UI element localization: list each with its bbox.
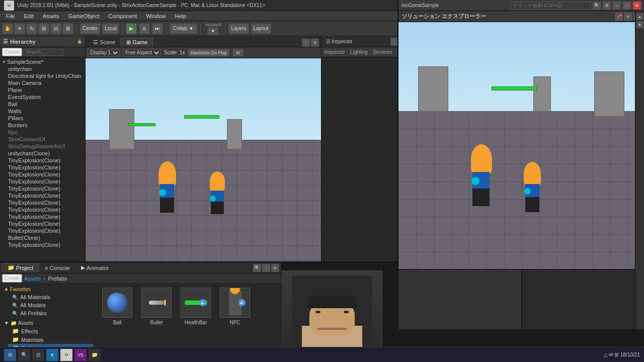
project-close-btn[interactable]: ✕	[271, 264, 279, 272]
right-maximize-btn[interactable]: □	[623, 2, 631, 10]
account-button[interactable]: ▼	[207, 27, 218, 35]
taskbar-explorer[interactable]: 📁	[89, 349, 101, 361]
display-select[interactable]: Display 1	[88, 49, 120, 57]
right-close-btn[interactable]: ✕	[633, 2, 641, 10]
tab-inspector[interactable]: ☰ Inspector	[323, 37, 356, 46]
menu-assets[interactable]: Assets	[39, 12, 63, 20]
center-button[interactable]: Center	[80, 23, 100, 34]
inspector-tab[interactable]: Inspector	[323, 48, 347, 56]
tab-animator[interactable]: ▶ Animator	[76, 263, 114, 273]
collab-button[interactable]: Collab ▼	[170, 23, 197, 34]
rect-tool-btn[interactable]: ⊟	[50, 23, 61, 34]
hierarchy-item-borders[interactable]: Borders	[0, 122, 85, 129]
hierarchy-item-strixconnect[interactable]: StrixConnectUI	[0, 136, 85, 143]
menu-window[interactable]: Window	[142, 12, 170, 20]
all-prefabs-item[interactable]: 🔍All Prefabs	[8, 309, 93, 317]
hierarchy-item-npc[interactable]: Npc	[0, 129, 85, 136]
hierarchy-item-unitychan-clone[interactable]: unitychan(Clone)	[0, 150, 85, 157]
effects-folder[interactable]: 📁Effects	[8, 327, 93, 335]
move-tool-btn[interactable]: ✛	[14, 23, 25, 34]
local-button[interactable]: Local	[102, 23, 119, 34]
asset-healthbar[interactable]: ▶ HealthBar	[178, 288, 213, 325]
hierarchy-item-eventsystem[interactable]: EventSystem	[0, 94, 85, 101]
tab-console[interactable]: ≡ Console	[40, 263, 75, 273]
all-materials-item[interactable]: 🔍All Materials	[8, 293, 93, 301]
maximize-play-btn[interactable]: Maximize On Play	[188, 49, 230, 57]
assets-root-folder[interactable]: ▼📁Assets	[2, 319, 93, 327]
project-search-btn[interactable]: 🔍	[253, 264, 261, 272]
materials-folder[interactable]: 📁Materials	[8, 335, 93, 344]
hierarchy-item-strixdebug[interactable]: StrixDebugRoomInfoUI	[0, 143, 85, 150]
taskbar-unity[interactable]: U	[60, 349, 72, 361]
hierarchy-item-bullet[interactable]: Bullet(Clone)	[0, 234, 85, 241]
hierarchy-item-tiny3[interactable]: TinyExplosion(Clone)	[0, 171, 85, 178]
breadcrumb-assets[interactable]: Assets	[24, 276, 41, 282]
hand-tool-btn[interactable]: ✋	[2, 23, 13, 34]
hierarchy-item-ball[interactable]: Ball	[0, 101, 85, 108]
taskbar-search[interactable]: 🔍	[18, 349, 30, 361]
project-options-btn[interactable]: ⋮	[262, 264, 270, 272]
hierarchy-item-plane[interactable]: Plane	[0, 86, 85, 94]
services-tab[interactable]: Services	[371, 48, 394, 56]
asset-npc[interactable]: ▶ NPC	[217, 288, 253, 325]
rotate-tool-btn[interactable]: ↻	[26, 23, 37, 34]
hierarchy-item-tiny11[interactable]: TinyExplosion(Clone)	[0, 227, 85, 234]
right-side-btn2[interactable]: ▼	[636, 21, 643, 28]
hierarchy-item-tiny10[interactable]: TinyExplosion(Clone)	[0, 220, 85, 227]
play-button[interactable]: ▶	[126, 23, 137, 34]
all-models-item[interactable]: 🔍All Models	[8, 301, 93, 309]
taskbar-edge[interactable]: e	[46, 349, 58, 361]
sol-options-btn[interactable]: ≡	[624, 13, 632, 21]
view-close-btn[interactable]: ✕	[311, 39, 319, 47]
right-search-btn[interactable]: 🔍	[593, 2, 601, 10]
quick-launch-input[interactable]	[510, 2, 591, 10]
hierarchy-item-dirlight[interactable]: Directional light for UnityChan	[0, 72, 85, 79]
breadcrumb-prefabs[interactable]: Prefabs	[48, 276, 67, 282]
lighting-tab[interactable]: Lighting	[348, 48, 370, 56]
tab-scene[interactable]: ☰ Scene	[88, 38, 121, 47]
menu-file[interactable]: File	[2, 12, 19, 20]
hierarchy-item-pillars[interactable]: Pillars	[0, 115, 85, 122]
right-side-btn1[interactable]: ▲	[636, 13, 643, 20]
hierarchy-item-maincamera[interactable]: Main Camera	[0, 79, 85, 86]
menu-help[interactable]: Help	[171, 12, 190, 20]
hierarchy-item-unitychan[interactable]: unitychan	[0, 65, 85, 72]
menu-gameobject[interactable]: GameObject	[64, 12, 104, 20]
hierarchy-item-tiny4[interactable]: TinyExplosion(Clone)	[0, 178, 85, 185]
transform-tool-btn[interactable]: ⊠	[62, 23, 73, 34]
tab-project[interactable]: 📁 Project	[2, 263, 39, 273]
layers-button[interactable]: Layers	[228, 23, 249, 34]
layout-button[interactable]: Layout	[251, 23, 271, 34]
hierarchy-collapse[interactable]: 🔒	[77, 39, 82, 44]
mute-btn[interactable]: M	[232, 49, 244, 57]
tab-game[interactable]: ⊞ Game	[121, 38, 153, 47]
right-minimize-btn[interactable]: ─	[613, 2, 621, 10]
view-options-btn[interactable]: ⋮	[302, 39, 310, 47]
hierarchy-item-tiny2[interactable]: TinyExplosion(Clone)	[0, 164, 85, 171]
step-button[interactable]: ⏭	[152, 23, 163, 34]
project-create-btn[interactable]: Create	[2, 274, 22, 283]
asset-bullet[interactable]: Bullet	[139, 288, 174, 325]
menu-component[interactable]: Component	[104, 12, 141, 20]
asset-ball[interactable]: Ball	[100, 288, 135, 325]
taskbar-vs[interactable]: VS	[74, 349, 87, 361]
taskbar-task[interactable]: ⊟	[32, 349, 44, 361]
right-settings-btn[interactable]: ⚙	[603, 2, 611, 10]
hierarchy-item-tiny9[interactable]: TinyExplosion(Clone)	[0, 213, 85, 220]
hierarchy-item-tiny7[interactable]: TinyExplosion(Clone)	[0, 199, 85, 206]
scale-tool-btn[interactable]: ⊞	[38, 23, 49, 34]
hierarchy-create-btn[interactable]: Create	[2, 48, 22, 56]
hierarchy-item-tiny6[interactable]: TinyExplosion(Clone)	[0, 192, 85, 199]
hierarchy-item-tiny12[interactable]: TinyExplosion(Clone)	[0, 241, 85, 248]
taskbar-start[interactable]: ⊞	[4, 349, 16, 361]
favorites-folder[interactable]: ★Favorites	[2, 286, 93, 293]
hierarchy-item-samplescene[interactable]: ▼ SampleScene*	[0, 58, 85, 65]
menu-edit[interactable]: Edit	[20, 12, 38, 20]
hierarchy-search[interactable]	[23, 49, 63, 56]
sol-pin-btn[interactable]: 📌	[615, 13, 623, 21]
hierarchy-item-tiny8[interactable]: TinyExplosion(Clone)	[0, 206, 85, 213]
hierarchy-item-tiny5[interactable]: TinyExplosion(Clone)	[0, 185, 85, 192]
pause-button[interactable]: ⏸	[139, 23, 150, 34]
aspect-select[interactable]: Free Aspect	[123, 49, 161, 57]
hierarchy-item-walls[interactable]: Walls	[0, 108, 85, 115]
